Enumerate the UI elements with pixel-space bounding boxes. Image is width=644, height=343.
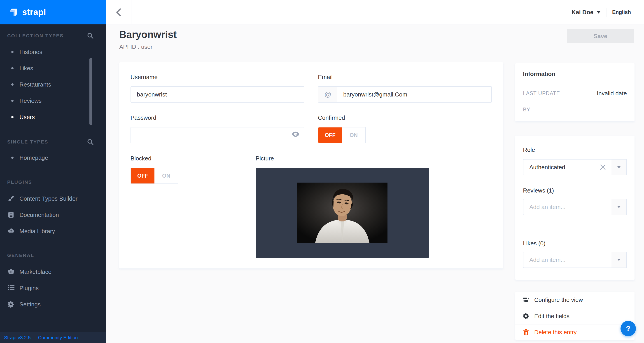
delete-entry-button[interactable]: Delete this entry [515,324,634,340]
information-title: Information [523,71,555,78]
information-card: Information LAST UPDATE Invalid date BY [515,63,634,121]
sidebar-item-homepage[interactable]: Homepage [0,154,106,161]
single-types-search-icon[interactable] [87,139,94,145]
role-value: Authenticated [524,164,600,171]
sidebar-item-label: Settings [20,301,41,308]
edit-form-card: Username Email @ Password Confirmed OFF … [119,62,503,268]
password-field [130,127,304,143]
picture-label: Picture [256,155,274,162]
sidebar-item-documentation[interactable]: Documentation [0,211,106,218]
likes-add-select[interactable]: Add an item... [523,252,627,268]
page-title: Baryonwrist [119,29,176,40]
basket-icon [8,268,14,275]
bullet-icon [11,67,14,69]
blocked-toggle: OFF ON [130,168,178,184]
username-label: Username [130,74,158,81]
blocked-toggle-on[interactable]: ON [154,168,178,183]
delete-entry-label: Delete this entry [534,329,577,336]
chevron-down-icon[interactable] [612,199,626,215]
sidebar-item-plugins[interactable]: Plugins [0,285,106,291]
user-name: Kai Doe [572,9,594,16]
edit-fields-label: Edit the fields [534,313,570,320]
password-label: Password [130,114,156,121]
user-menu[interactable]: Kai Doe [572,0,601,25]
chevron-down-icon[interactable] [612,160,626,175]
bullet-icon [11,157,14,159]
confirmed-toggle: OFF ON [318,127,366,143]
sidebar-item-content-types-builder[interactable]: Content-Types Builder [0,195,106,202]
email-field: @ [318,86,492,103]
sidebar-item-label: Restaurants [20,81,51,88]
role-select[interactable]: Authenticated [523,159,627,175]
collection-types-title: COLLECTION TYPES [7,33,64,39]
general-section-title: GENERAL [7,253,34,258]
sidebar-item-label: Likes [20,65,33,72]
configure-view-label: Configure the view [534,296,583,303]
chevron-down-icon[interactable] [612,252,626,267]
user-photo [297,183,388,243]
username-input[interactable] [130,86,304,103]
sidebar-footer: Strapi v3.2.5 — Community Edition [0,332,106,343]
email-label: Email [318,74,332,81]
strapi-logo-icon [8,7,18,17]
collection-types-search-icon[interactable] [87,33,94,39]
picture-media-box[interactable] [256,168,429,258]
last-update-label: LAST UPDATE [523,90,560,97]
confirmed-toggle-on[interactable]: ON [342,127,365,143]
plugins-section-title: PLUGINS [7,179,32,185]
email-input[interactable] [337,87,491,102]
sidebar: strapi COLLECTION TYPES Histories Likes … [0,0,106,343]
bullet-icon [11,51,14,53]
edit-fields-button[interactable]: Edit the fields [515,308,634,324]
topbar: Kai Doe English [106,0,644,25]
by-label: BY [523,107,530,113]
sidebar-item-settings[interactable]: Settings [0,301,106,308]
chevron-left-icon [116,8,121,16]
sidebar-item-histories[interactable]: Histories [0,48,106,56]
sidebar-item-label: Histories [20,48,42,56]
page-subtitle: API ID : user [119,43,152,50]
reviews-add-placeholder: Add an item... [524,204,612,211]
cloud-upload-icon [8,228,14,234]
blocked-toggle-off[interactable]: OFF [131,168,154,183]
likes-add-placeholder: Add an item... [524,256,612,263]
help-button[interactable]: ? [620,321,636,336]
sidebar-item-media-library[interactable]: Media Library [0,228,106,234]
strapi-logo-text: strapi [22,8,46,17]
list-icon [8,285,14,291]
password-input[interactable] [130,127,304,143]
blocked-label: Blocked [130,155,152,162]
sidebar-item-label: Marketplace [20,268,52,275]
bullet-icon [11,100,14,102]
brush-icon [8,195,14,202]
sidebar-scrollbar[interactable] [90,58,92,125]
book-icon [8,211,14,218]
save-button[interactable]: Save [567,29,634,43]
confirmed-toggle-off[interactable]: OFF [318,127,342,143]
gear-icon [523,313,529,319]
entry-actions-card: Configure the view Edit the fields Delet… [515,292,634,340]
last-update-value: Invalid date [597,90,627,97]
sidebar-item-marketplace[interactable]: Marketplace [0,268,106,275]
clear-icon[interactable] [600,164,606,170]
chevron-down-icon [596,11,601,14]
sidebar-item-label: Documentation [20,211,59,218]
eye-icon[interactable] [292,132,300,139]
locale-toggle[interactable]: English [612,0,631,25]
confirmed-label: Confirmed [318,114,345,121]
trash-icon [523,329,529,335]
version-link[interactable]: Strapi v3.2.5 — Community Edition [4,335,78,340]
at-sign-addon: @ [318,87,337,102]
role-label: Role [523,146,535,153]
sidebar-item-label: Plugins [20,285,38,291]
gear-icon [8,301,14,308]
sidebar-item-label: Users [20,113,35,121]
reviews-add-select[interactable]: Add an item... [523,199,627,215]
topbar-divider [606,8,607,17]
back-button[interactable] [106,0,132,25]
configure-view-button[interactable]: Configure the view [515,292,634,308]
sidebar-item-label: Media Library [20,228,55,234]
strapi-logo[interactable]: strapi [0,0,106,25]
bullet-icon [11,83,14,86]
relations-card: Role Authenticated Reviews (1) Add an it… [515,136,634,280]
